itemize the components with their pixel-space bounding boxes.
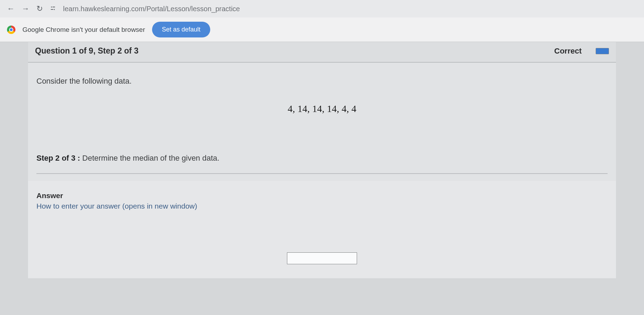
answer-section: Answer How to enter your answer (opens i…	[28, 181, 616, 278]
step-text: Determine the median of the given data.	[80, 154, 219, 162]
data-values: 4, 14, 14, 14, 4, 4	[36, 103, 608, 114]
set-default-button[interactable]: Set as default	[152, 22, 210, 37]
chrome-logo-icon	[7, 26, 15, 34]
svg-point-2	[54, 9, 55, 10]
default-browser-infobar: Google Chrome isn't your default browser…	[0, 18, 644, 42]
question-body: Consider the following data. 4, 14, 14, …	[28, 63, 616, 181]
answer-input-wrap	[36, 252, 608, 264]
question-prompt: Consider the following data.	[36, 77, 608, 86]
back-icon[interactable]: ←	[7, 4, 15, 13]
svg-rect-3	[51, 9, 53, 10]
answer-title: Answer	[36, 191, 608, 200]
browser-toolbar: ← → ↻ learn.hawkeslearning.com/Portal/Le…	[0, 0, 644, 18]
question-title: Question 1 of 9, Step 2 of 3	[35, 46, 138, 56]
question-header: Question 1 of 9, Step 2 of 3 Correct	[28, 42, 616, 63]
nav-buttons: ← → ↻	[7, 4, 43, 13]
answer-help-link[interactable]: How to enter your answer (opens in new w…	[36, 202, 608, 210]
site-controls-icon[interactable]	[50, 5, 56, 13]
svg-point-0	[51, 6, 52, 7]
reload-icon[interactable]: ↻	[36, 4, 43, 13]
answer-input[interactable]	[287, 252, 357, 264]
status-label: Correct	[554, 47, 582, 56]
url-display[interactable]: learn.hawkeslearning.com/Portal/Lesson/l…	[63, 5, 240, 13]
lesson-content: Question 1 of 9, Step 2 of 3 Correct Con…	[0, 42, 644, 278]
forward-icon[interactable]: →	[22, 4, 29, 13]
header-right: Correct	[554, 47, 609, 56]
infobar-message: Google Chrome isn't your default browser	[22, 26, 145, 34]
step-instruction: Step 2 of 3 : Determine the median of th…	[36, 149, 608, 174]
progress-indicator	[596, 48, 609, 54]
svg-rect-1	[53, 7, 55, 7]
step-label: Step 2 of 3 :	[36, 154, 80, 162]
